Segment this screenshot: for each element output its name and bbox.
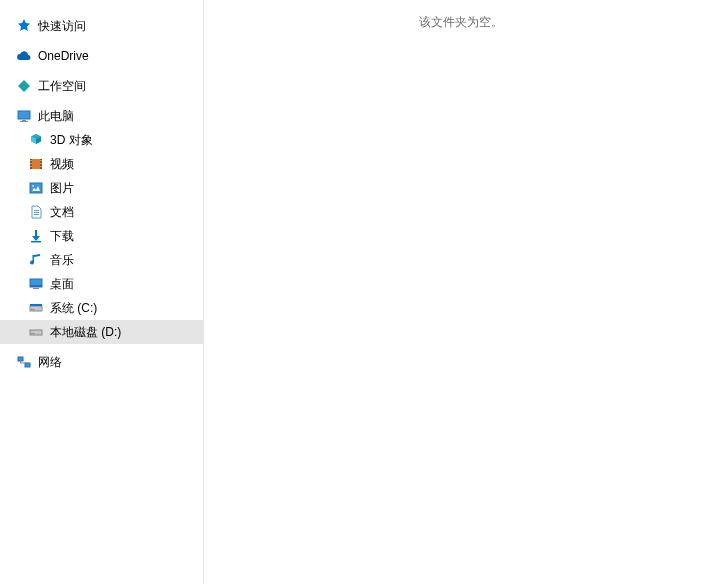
tree-item-network[interactable]: 网络 bbox=[0, 350, 203, 374]
cloud-icon bbox=[16, 48, 32, 64]
svg-rect-7 bbox=[31, 163, 32, 164]
tree-label: 工作空间 bbox=[38, 78, 86, 95]
tree-label: 音乐 bbox=[50, 252, 74, 269]
svg-rect-23 bbox=[31, 333, 33, 334]
svg-point-13 bbox=[32, 185, 34, 187]
empty-folder-message: 该文件夹为空。 bbox=[419, 14, 503, 584]
tree-item-drive-c[interactable]: 系统 (C:) bbox=[0, 296, 203, 320]
svg-rect-14 bbox=[31, 241, 41, 243]
svg-rect-8 bbox=[31, 166, 32, 167]
cube-3d-icon bbox=[28, 132, 44, 148]
tree-label: 系统 (C:) bbox=[50, 300, 97, 317]
network-icon bbox=[16, 354, 32, 370]
svg-rect-19 bbox=[31, 309, 33, 310]
tree-label: 桌面 bbox=[50, 276, 74, 293]
tree-item-desktop[interactable]: 桌面 bbox=[0, 272, 203, 296]
svg-rect-16 bbox=[30, 285, 42, 287]
svg-rect-21 bbox=[30, 304, 42, 306]
diamond-icon bbox=[16, 78, 32, 94]
tree-item-quick-access[interactable]: 快速访问 bbox=[0, 14, 203, 38]
tree-item-documents[interactable]: 文档 bbox=[0, 200, 203, 224]
drive-icon bbox=[28, 324, 44, 340]
svg-rect-18 bbox=[30, 306, 42, 311]
tree-label: OneDrive bbox=[38, 49, 89, 63]
tree-item-downloads[interactable]: 下载 bbox=[0, 224, 203, 248]
film-icon bbox=[28, 156, 44, 172]
svg-rect-25 bbox=[18, 357, 23, 361]
tree-item-3d-objects[interactable]: 3D 对象 bbox=[0, 128, 203, 152]
svg-rect-11 bbox=[41, 166, 42, 167]
tree-item-drive-d[interactable]: 本地磁盘 (D:) bbox=[0, 320, 203, 344]
document-icon bbox=[28, 204, 44, 220]
download-arrow-icon bbox=[28, 228, 44, 244]
navigation-pane: 快速访问 OneDrive 工作空间 此电脑 bbox=[0, 0, 204, 584]
music-note-icon bbox=[28, 252, 44, 268]
svg-rect-24 bbox=[33, 333, 35, 334]
tree-item-music[interactable]: 音乐 bbox=[0, 248, 203, 272]
drive-icon bbox=[28, 300, 44, 316]
svg-rect-20 bbox=[33, 309, 35, 310]
svg-rect-22 bbox=[30, 330, 42, 335]
tree-label: 下载 bbox=[50, 228, 74, 245]
tree-label: 快速访问 bbox=[38, 18, 86, 35]
svg-rect-10 bbox=[41, 163, 42, 164]
tree-item-pictures[interactable]: 图片 bbox=[0, 176, 203, 200]
svg-rect-9 bbox=[41, 160, 42, 161]
svg-rect-1 bbox=[22, 120, 26, 121]
tree-item-workspace[interactable]: 工作空间 bbox=[0, 74, 203, 98]
svg-rect-6 bbox=[31, 160, 32, 161]
tree-label: 此电脑 bbox=[38, 108, 74, 125]
tree-label: 本地磁盘 (D:) bbox=[50, 324, 121, 341]
tree-label: 文档 bbox=[50, 204, 74, 221]
pc-icon bbox=[16, 108, 32, 124]
svg-rect-17 bbox=[33, 288, 39, 289]
svg-rect-2 bbox=[20, 121, 28, 122]
content-pane[interactable]: 该文件夹为空。 bbox=[204, 0, 717, 584]
svg-rect-0 bbox=[18, 111, 30, 119]
tree-item-onedrive[interactable]: OneDrive bbox=[0, 44, 203, 68]
star-pin-icon bbox=[16, 18, 32, 34]
tree-label: 网络 bbox=[38, 354, 62, 371]
tree-label: 视频 bbox=[50, 156, 74, 173]
tree-item-this-pc[interactable]: 此电脑 bbox=[0, 104, 203, 128]
tree-label: 3D 对象 bbox=[50, 132, 93, 149]
svg-rect-12 bbox=[30, 183, 42, 193]
svg-rect-26 bbox=[25, 363, 30, 367]
tree-label: 图片 bbox=[50, 180, 74, 197]
desktop-icon bbox=[28, 276, 44, 292]
tree-item-videos[interactable]: 视频 bbox=[0, 152, 203, 176]
picture-icon bbox=[28, 180, 44, 196]
